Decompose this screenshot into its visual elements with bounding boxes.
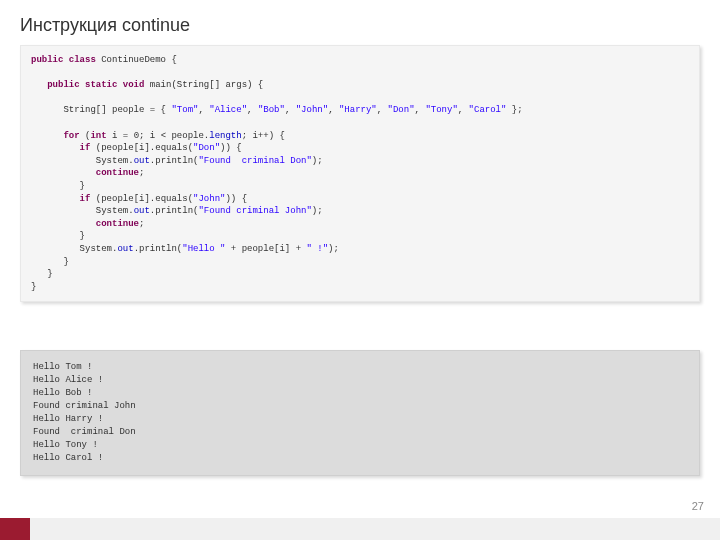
code-text: } [80, 231, 85, 241]
code-text: )) { [225, 194, 247, 204]
code-text: System. [96, 156, 134, 166]
string: "Found criminal Don" [198, 156, 311, 166]
keyword: for [63, 131, 79, 141]
string: "Hello " [182, 244, 225, 254]
string: "John" [193, 194, 225, 204]
slide-title: Инструкция continue [20, 15, 190, 36]
page-number: 27 [692, 500, 704, 512]
string: "Tom" [171, 105, 198, 115]
code-text: )) { [220, 143, 242, 153]
code-text: ContinueDemo { [96, 55, 177, 65]
code-text: main(String[] args) { [144, 80, 263, 90]
code-text: ( [80, 131, 91, 141]
code-text: } [80, 181, 85, 191]
string: "Alice" [209, 105, 247, 115]
code-text: ); [312, 156, 323, 166]
code-text: (people[i].equals( [90, 194, 193, 204]
keyword: continue [96, 168, 139, 178]
footer-bar [0, 518, 720, 540]
keyword: public static void [47, 80, 144, 90]
keyword: continue [96, 219, 139, 229]
string: "Harry" [339, 105, 377, 115]
footer-accent [0, 518, 30, 540]
code-text: (people[i].equals( [90, 143, 193, 153]
code-text: } [31, 282, 36, 292]
string: "Don" [388, 105, 415, 115]
keyword: if [80, 194, 91, 204]
keyword: int [90, 131, 106, 141]
code-text: } [63, 257, 68, 267]
code-text: .println( [134, 244, 183, 254]
field: length [209, 131, 241, 141]
code-text: i = 0; i < people. [107, 131, 210, 141]
code-text: }; [506, 105, 522, 115]
code-text: System. [96, 206, 134, 216]
code-text: .println( [150, 156, 199, 166]
code-text: ; i++) { [242, 131, 285, 141]
code-text: System. [80, 244, 118, 254]
field: out [134, 156, 150, 166]
field: out [117, 244, 133, 254]
keyword: public class [31, 55, 96, 65]
slide: Инструкция continue public class Continu… [0, 0, 720, 540]
string: "Carol" [469, 105, 507, 115]
string: " !" [306, 244, 328, 254]
string: "Don" [193, 143, 220, 153]
string: "Bob" [258, 105, 285, 115]
code-text: String[] people = { [31, 105, 171, 115]
code-text: ); [328, 244, 339, 254]
code-block: public class ContinueDemo { public stati… [20, 45, 700, 302]
code-text: ); [312, 206, 323, 216]
string: "Found criminal John" [198, 206, 311, 216]
output-block: Hello Tom ! Hello Alice ! Hello Bob ! Fo… [20, 350, 700, 476]
string: "John" [296, 105, 328, 115]
string: "Tony" [425, 105, 457, 115]
keyword: if [80, 143, 91, 153]
code-text: + people[i] + [225, 244, 306, 254]
code-text: .println( [150, 206, 199, 216]
code-text: } [47, 269, 52, 279]
field: out [134, 206, 150, 216]
